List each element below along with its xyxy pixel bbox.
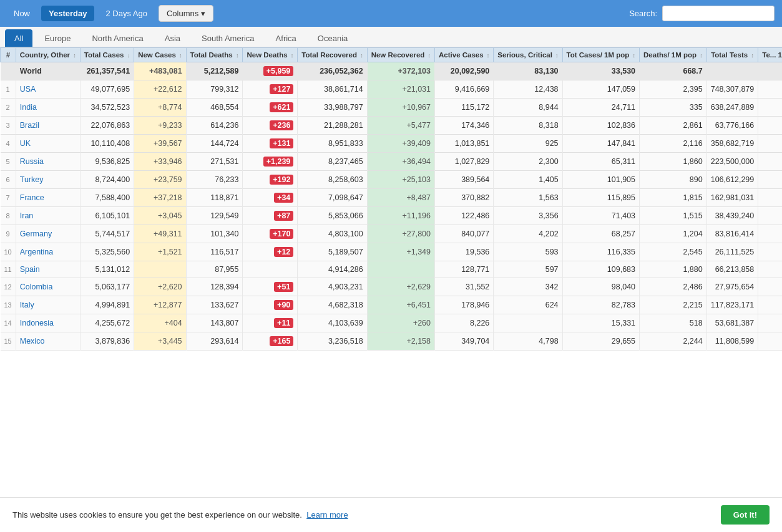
country-link[interactable]: France	[20, 193, 44, 202]
row-total-cases: 5,744,517	[80, 225, 134, 243]
row-country[interactable]: Argentina	[16, 243, 80, 261]
row-country[interactable]: Brazil	[16, 117, 80, 135]
row-country[interactable]: UK	[16, 135, 80, 153]
row-total-cases: 9,536,825	[80, 153, 134, 171]
col-header-deaths-1m[interactable]: Deaths/ 1M pop ↕	[640, 48, 707, 62]
row-total-deaths: 133,627	[186, 296, 243, 314]
covid-table: # Country, Other ↕ Total Cases ↓ New Cas…	[0, 47, 782, 351]
row-tests-1m: 1	[758, 171, 782, 189]
tab-all[interactable]: All	[5, 29, 32, 47]
top-bar: Now Yesterday 2 Days Ago Columns ▾ Searc…	[0, 0, 782, 27]
row-country[interactable]: Iran	[16, 207, 80, 225]
row-new-cases: +33,946	[134, 153, 186, 171]
row-total-tests: 223,500,000	[706, 153, 758, 171]
row-country[interactable]: Russia	[16, 153, 80, 171]
tab-north-america[interactable]: North America	[82, 29, 152, 47]
world-new-deaths: +5,959	[243, 62, 298, 80]
country-link[interactable]: Brazil	[20, 121, 39, 130]
row-new-deaths: +11	[243, 314, 298, 332]
columns-button[interactable]: Columns ▾	[159, 5, 213, 22]
yesterday-button[interactable]: Yesterday	[41, 6, 94, 21]
row-num: 9	[1, 225, 16, 243]
row-new-deaths: +1,239	[243, 153, 298, 171]
col-header-active-cases[interactable]: Active Cases ↕	[435, 48, 494, 62]
search-input[interactable]	[662, 6, 775, 21]
row-serious: 4,798	[494, 332, 562, 351]
country-link[interactable]: USA	[20, 85, 36, 94]
col-header-country[interactable]: Country, Other ↕	[16, 48, 80, 62]
col-header-total-deaths[interactable]: Total Deaths ↕	[186, 48, 243, 62]
row-serious: 925	[494, 135, 562, 153]
row-country[interactable]: Colombia	[16, 278, 80, 296]
country-link[interactable]: Colombia	[20, 283, 53, 291]
row-total-tests: 638,247,889	[706, 99, 758, 117]
row-new-recovered: +25,103	[367, 171, 434, 189]
row-new-cases: +3,045	[134, 207, 186, 225]
row-new-deaths	[243, 261, 298, 278]
col-header-serious[interactable]: Serious, Critical ↕	[494, 48, 562, 62]
col-header-total-recovered[interactable]: Total Recovered ↕	[298, 48, 367, 62]
table-row: 11 Spain 5,131,012 87,955 4,914,286 128,…	[1, 261, 783, 278]
row-tests-1m	[758, 314, 782, 332]
row-active-cases: 115,172	[435, 99, 494, 117]
row-new-cases: +49,311	[134, 225, 186, 243]
col-header-new-deaths[interactable]: New Deaths ↕	[243, 48, 298, 62]
now-button[interactable]: Now	[7, 6, 36, 21]
row-total-tests: 11,808,599	[706, 332, 758, 351]
row-num: 1	[1, 80, 16, 99]
row-tot-cases-1m: 71,403	[562, 207, 639, 225]
row-tot-cases-1m: 29,655	[562, 332, 639, 351]
row-serious: 4,202	[494, 225, 562, 243]
row-tot-cases-1m: 115,895	[562, 189, 639, 207]
row-tot-cases-1m: 101,905	[562, 171, 639, 189]
country-link[interactable]: Germany	[20, 230, 52, 238]
table-row: 8 Iran 6,105,101 +3,045 129,549 +87 5,85…	[1, 207, 783, 225]
tab-europe[interactable]: Europe	[35, 29, 80, 47]
2days-button[interactable]: 2 Days Ago	[99, 6, 154, 21]
col-header-tests-1m[interactable]: Te... 1M ↕	[758, 48, 782, 62]
country-link[interactable]: India	[20, 103, 37, 112]
row-new-deaths: +131	[243, 135, 298, 153]
country-link[interactable]: Russia	[20, 157, 44, 166]
col-header-new-recovered[interactable]: New Recovered ↕	[367, 48, 434, 62]
row-total-cases: 3,879,836	[80, 332, 134, 351]
row-active-cases: 122,486	[435, 207, 494, 225]
row-deaths-1m: 890	[640, 171, 707, 189]
row-country[interactable]: Mexico	[16, 332, 80, 351]
row-country[interactable]: Germany	[16, 225, 80, 243]
row-country[interactable]: USA	[16, 80, 80, 99]
col-header-total-cases[interactable]: Total Cases ↓	[80, 48, 134, 62]
country-link[interactable]: Indonesia	[20, 319, 54, 327]
country-link[interactable]: Spain	[20, 265, 40, 274]
world-total-recovered: 236,052,362	[298, 62, 367, 80]
row-serious: 1,563	[494, 189, 562, 207]
row-country[interactable]: Italy	[16, 296, 80, 314]
tab-south-america[interactable]: South America	[192, 29, 264, 47]
row-new-cases: +12,877	[134, 296, 186, 314]
tab-asia[interactable]: Asia	[155, 29, 190, 47]
row-country[interactable]: France	[16, 189, 80, 207]
row-country[interactable]: Spain	[16, 261, 80, 278]
country-link[interactable]: Argentina	[20, 248, 54, 256]
row-num: 12	[1, 278, 16, 296]
tab-africa[interactable]: Africa	[266, 29, 306, 47]
row-country[interactable]: Turkey	[16, 171, 80, 189]
country-link[interactable]: Italy	[20, 301, 34, 309]
row-country[interactable]: India	[16, 99, 80, 117]
row-new-deaths: +621	[243, 99, 298, 117]
row-total-deaths: 271,531	[186, 153, 243, 171]
row-num: 6	[1, 171, 16, 189]
row-country[interactable]: Indonesia	[16, 314, 80, 332]
tab-oceania[interactable]: Oceania	[308, 29, 357, 47]
row-total-deaths: 76,233	[186, 171, 243, 189]
country-link[interactable]: UK	[20, 139, 31, 148]
row-num: 2	[1, 99, 16, 117]
col-header-total-tests[interactable]: Total Tests ↕	[706, 48, 758, 62]
country-link[interactable]: Mexico	[20, 337, 45, 346]
col-header-new-cases[interactable]: New Cases ↕	[134, 48, 186, 62]
country-link[interactable]: Turkey	[20, 175, 44, 184]
row-new-cases: +3,445	[134, 332, 186, 351]
country-link[interactable]: Iran	[20, 211, 34, 220]
world-num	[1, 62, 16, 80]
col-header-tot-cases-1m[interactable]: Tot Cases/ 1M pop ↕	[562, 48, 639, 62]
